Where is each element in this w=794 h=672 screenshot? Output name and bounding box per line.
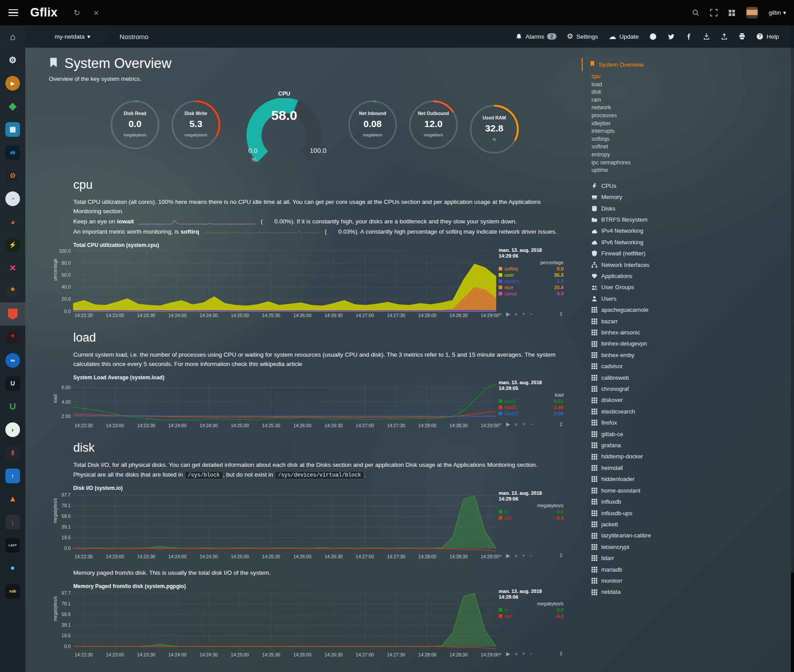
settings-gear-icon[interactable]: ⚙ — [0, 48, 25, 72]
toc-container-firefox[interactable]: firefox — [592, 417, 794, 428]
toc-section-firewall-netfilter-[interactable]: Firewall (netfilter) — [592, 248, 794, 259]
chart-pan-left-icon[interactable]: « — [499, 553, 502, 559]
cpu-chart-canvas[interactable]: 14:22:3014:23:0014:23:3014:24:0014:24:30… — [52, 249, 499, 319]
toc-container-diskover[interactable]: diskover — [592, 394, 794, 406]
toc-container-home-assistant[interactable]: home-assistant — [592, 485, 794, 496]
memory-chart-canvas[interactable]: 14:22:3014:23:0014:23:3014:24:0014:24:30… — [52, 590, 499, 659]
app-white-green-icon[interactable]: ◗ — [0, 418, 25, 441]
app-blue-grid-icon[interactable]: ▦ — [0, 118, 25, 141]
toc-container-grafana[interactable]: grafana — [592, 440, 794, 451]
toc-subitem-interrupts[interactable]: interrupts — [592, 127, 794, 135]
toc-container-chronograf[interactable]: chronograf — [592, 383, 794, 394]
legend-item-load1[interactable]: load16.51 — [499, 398, 564, 404]
toc-container-lazylibrarian-calibre[interactable]: lazylibrarian-calibre — [592, 530, 794, 541]
toc-subitem-network[interactable]: network — [592, 104, 794, 112]
toc-subitem-softnet[interactable]: softnet — [592, 143, 794, 151]
app-green-u-icon[interactable]: U — [0, 395, 25, 418]
toc-container-lidarr[interactable]: lidarr — [592, 553, 794, 564]
chart-zoom-out-icon[interactable]: − — [530, 651, 533, 657]
legend-item-load5[interactable]: load52.68 — [499, 405, 564, 410]
app-gitlab-icon[interactable]: ▲ — [0, 487, 25, 510]
gauge-disk-read[interactable]: Disk Read0.0megabytes/s — [106, 98, 164, 160]
chart-zoom-out-icon[interactable]: − — [530, 311, 533, 317]
chart-pan-right-icon[interactable]: » — [515, 421, 518, 427]
app-pink-x-icon[interactable]: × — [0, 256, 25, 279]
app-lazylibrarian-icon[interactable]: LAZY — [0, 533, 25, 557]
toc-container-influxdb[interactable]: influxdb — [592, 496, 794, 507]
toc-container-elasticsearch[interactable]: elasticsearch — [592, 406, 794, 417]
toc-section-users[interactable]: Users — [592, 293, 794, 304]
chart-zoom-out-icon[interactable]: − — [530, 421, 533, 427]
softirq-sparkline[interactable] — [203, 229, 321, 235]
avatar[interactable] — [746, 7, 758, 19]
print-icon[interactable] — [738, 33, 746, 40]
toc-section-cpus[interactable]: CPUs — [592, 180, 794, 191]
app-pills-icon[interactable]: ‖ — [0, 441, 25, 464]
legend-item-load15[interactable]: load152.06 — [499, 411, 564, 416]
chart-play-icon[interactable]: ▶ — [506, 651, 510, 657]
chart-pan-right-icon[interactable]: » — [515, 311, 518, 317]
github-icon[interactable] — [649, 33, 657, 40]
facebook-icon[interactable] — [686, 33, 692, 40]
app-orange-star-icon[interactable]: * — [0, 279, 25, 302]
app-dark-orange-icon[interactable]: ◕ — [0, 210, 25, 233]
home-icon[interactable]: ⌂ — [0, 25, 25, 48]
chart-resize-icon[interactable]: ⇕ — [559, 421, 564, 428]
legend-item-softirq[interactable]: softirq0.0 — [499, 266, 564, 271]
chart-play-icon[interactable]: ▶ — [506, 553, 510, 559]
chart-pan-right-icon[interactable]: » — [515, 651, 518, 657]
chart-zoom-in-icon[interactable]: + — [522, 553, 525, 559]
host-dropdown[interactable]: my-netdata▾ — [55, 33, 90, 40]
toc-item-system-overview[interactable]: System Overview — [582, 58, 794, 71]
toc-section-ipv4-networking[interactable]: IPv4 Networking — [592, 225, 794, 236]
gauge-cpu[interactable]: CPU58.00.0100.0% — [237, 92, 332, 167]
toc-container-netdata[interactable]: netdata — [592, 586, 794, 597]
hamburger-menu-icon[interactable] — [8, 8, 18, 18]
toc-subitem-load[interactable]: load — [592, 81, 794, 89]
app-red-cluster-icon[interactable]: * — [0, 326, 25, 349]
chart-play-icon[interactable]: ▶ — [506, 421, 510, 427]
legend-item-in[interactable]: in0.0 — [499, 509, 564, 514]
toc-subitem-cpu[interactable]: cpu — [592, 73, 794, 81]
toc-subitem-processes[interactable]: processes — [592, 112, 794, 120]
refresh-icon[interactable]: ↻ — [74, 9, 80, 17]
toc-container-binhex-emby[interactable]: binhex-emby — [592, 350, 794, 361]
legend-item-out[interactable]: out-5.3 — [499, 515, 564, 521]
legend-item-user[interactable]: user35.3 — [499, 272, 564, 278]
toc-section-memory[interactable]: Memory — [592, 191, 794, 203]
app-dark-u-icon[interactable]: U — [0, 372, 25, 395]
app-grey-circle-icon[interactable]: ◔ — [0, 187, 25, 210]
toc-container-calibreweb[interactable]: calibreweb — [592, 372, 794, 383]
toc-container-heimdall[interactable]: heimdall — [592, 462, 794, 473]
toc-container-gitlab-ce[interactable]: gitlab-ce — [592, 429, 794, 440]
settings-button[interactable]: ⚙Settings — [567, 33, 598, 40]
twitter-icon[interactable] — [667, 33, 675, 40]
app-search-app-icon[interactable]: ⊙ — [0, 164, 25, 187]
toc-container-apacheguacamole[interactable]: apacheguacamole — [592, 304, 794, 315]
toc-container-letsencrypt[interactable]: letsencrypt — [592, 541, 794, 553]
chart-pan-right-icon[interactable]: » — [515, 553, 518, 559]
toc-subitem-disk[interactable]: disk — [592, 88, 794, 96]
gauge-net-inbound[interactable]: Net Inbound0.08megabits/s — [343, 98, 402, 160]
toc-container-jackett[interactable]: jackett — [592, 519, 794, 530]
toc-section-applications[interactable]: Applications — [592, 270, 794, 282]
legend-item-system[interactable]: system2.3 — [499, 278, 564, 284]
toc-subitem-uptime[interactable]: uptime — [592, 167, 794, 175]
upload-snapshot-icon[interactable] — [721, 33, 728, 40]
app-soundwave-icon[interactable]: ıılı — [0, 141, 25, 164]
legend-item-nice[interactable]: nice20.4 — [499, 285, 564, 290]
app-sabnzbd-icon[interactable]: sab — [0, 580, 25, 603]
fullscreen-icon[interactable] — [710, 9, 718, 16]
toc-container-binhex-airsonic[interactable]: binhex-airsonic — [592, 327, 794, 338]
gauge-net-outbound[interactable]: Net Outbound12.0megabits/s — [404, 98, 463, 160]
update-button[interactable]: ☁Update — [609, 33, 639, 40]
toc-section-network-interfaces[interactable]: Network Interfaces — [592, 259, 794, 270]
chart-pan-left-icon[interactable]: « — [499, 311, 502, 317]
page-scrollbar[interactable] — [791, 25, 794, 672]
toc-container-cadvisor[interactable]: cadvisor — [592, 361, 794, 372]
chart-resize-icon[interactable]: ⇕ — [559, 650, 564, 657]
app-water-drop-icon[interactable]: ● — [0, 557, 25, 580]
toc-container-hddtemp-docker[interactable]: hddtemp-docker — [592, 451, 794, 462]
chart-play-icon[interactable]: ▶ — [506, 311, 510, 317]
toc-section-btrfs-filesystem[interactable]: BTRFS filesystem — [592, 214, 794, 225]
